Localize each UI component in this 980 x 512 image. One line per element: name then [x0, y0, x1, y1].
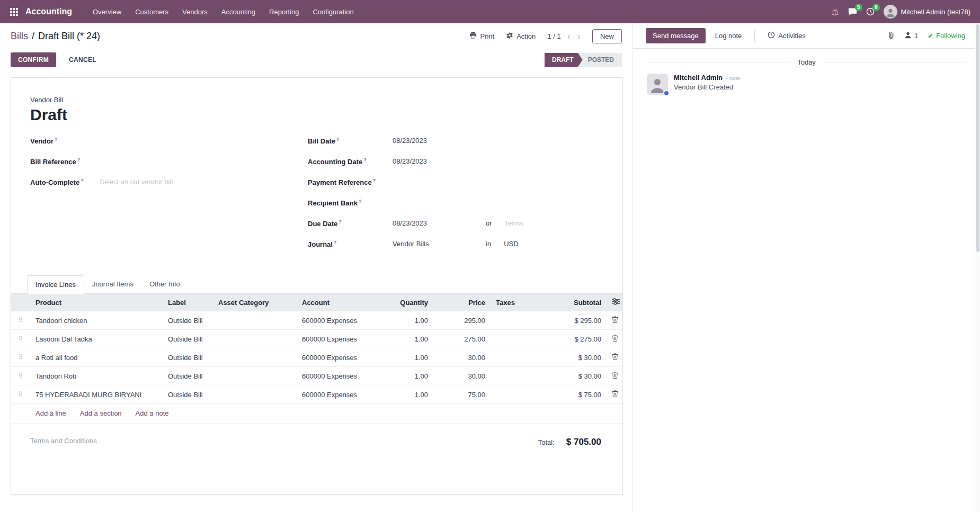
new-button[interactable]: New — [592, 29, 622, 43]
due-date-input[interactable]: 08/23/2023 — [393, 219, 486, 227]
cell-taxes[interactable] — [491, 348, 540, 367]
cell-label[interactable]: Outside Bill — [163, 385, 213, 404]
drag-handle-icon[interactable]: ⠿ — [11, 367, 30, 385]
log-note-button[interactable]: Log note — [709, 28, 749, 43]
cell-product[interactable]: Tandoori Roti — [30, 367, 163, 385]
user-menu[interactable]: Mitchell Admin (test78) — [884, 5, 971, 19]
help-icon: ? — [363, 157, 367, 163]
delete-line-icon[interactable] — [607, 348, 622, 367]
cell-product[interactable]: a Roti all food — [30, 348, 163, 367]
pager-value[interactable]: 1 / 1 — [547, 32, 560, 40]
menu-overview[interactable]: Overview — [87, 5, 127, 19]
cell-asset-category[interactable] — [213, 367, 297, 385]
cell-label[interactable]: Outside Bill — [163, 348, 213, 367]
action-button[interactable]: Action — [506, 32, 536, 41]
cell-taxes[interactable] — [491, 330, 540, 348]
cell-price[interactable]: 30.00 — [433, 348, 491, 367]
state-posted[interactable]: POSTED — [578, 53, 622, 67]
debug-bug-icon[interactable] — [831, 8, 839, 16]
cell-quantity[interactable]: 1.00 — [376, 385, 433, 404]
cell-quantity[interactable]: 1.00 — [376, 367, 433, 385]
cell-subtotal: $ 30.00 — [540, 367, 607, 385]
state-draft[interactable]: DRAFT — [545, 53, 583, 67]
add-note-link[interactable]: Add a note — [136, 409, 169, 417]
cell-product[interactable]: Tandoori chicken — [30, 311, 163, 330]
print-button[interactable]: Print — [469, 32, 494, 40]
cell-quantity[interactable]: 1.00 — [376, 311, 433, 330]
add-line-link[interactable]: Add a line — [35, 409, 66, 417]
pager-previous-icon[interactable]: ‹ — [567, 31, 571, 41]
delete-line-icon[interactable] — [607, 367, 622, 385]
cell-price[interactable]: 295.00 — [433, 311, 491, 330]
cell-asset-category[interactable] — [213, 348, 297, 367]
cell-taxes[interactable] — [491, 367, 540, 385]
followers-person-icon — [904, 32, 912, 40]
breadcrumb-bills-link[interactable]: Bills — [11, 31, 28, 42]
menu-accounting[interactable]: Accounting — [216, 5, 261, 19]
cell-taxes[interactable] — [491, 311, 540, 330]
menu-vendors[interactable]: Vendors — [176, 5, 213, 19]
cell-price[interactable]: 75.00 — [433, 385, 491, 404]
cell-asset-category[interactable] — [213, 311, 297, 330]
followers-button[interactable]: 1 — [904, 32, 918, 40]
vertical-scrollbar[interactable] — [975, 23, 980, 512]
cell-price[interactable]: 275.00 — [433, 330, 491, 348]
cell-label[interactable]: Outside Bill — [163, 367, 213, 385]
cell-label[interactable]: Outside Bill — [163, 330, 213, 348]
cell-account[interactable]: 600000 Expenses — [297, 367, 376, 385]
payment-reference-input[interactable] — [393, 178, 486, 187]
cell-product[interactable]: Lasooni Dal Tadka — [30, 330, 163, 348]
payment-terms-input[interactable]: Terms — [505, 219, 523, 227]
drag-handle-icon[interactable]: ⠿ — [11, 348, 30, 367]
cell-price[interactable]: 30.00 — [433, 367, 491, 385]
tab-invoice-lines[interactable]: Invoice Lines — [27, 275, 84, 294]
send-message-button[interactable]: Send message — [646, 28, 706, 43]
table-row: ⠿ 75 HYDERABADI MURG BIRYANI Outside Bil… — [11, 385, 622, 404]
accounting-date-input[interactable]: 08/23/2023 — [393, 157, 486, 165]
cell-product[interactable]: 75 HYDERABADI MURG BIRYANI — [30, 385, 163, 404]
menu-configuration[interactable]: Configuration — [307, 5, 359, 19]
vendor-input[interactable] — [100, 137, 193, 146]
cell-account[interactable]: 600000 Expenses — [297, 330, 376, 348]
activities-clock-icon[interactable]: 8 — [866, 7, 875, 16]
auto-complete-input[interactable]: Select an old vendor bill — [100, 178, 173, 186]
following-button[interactable]: ✔ Following — [928, 32, 965, 40]
tab-journal-items[interactable]: Journal Items — [84, 275, 141, 293]
bill-date-input[interactable]: 08/23/2023 — [393, 137, 486, 145]
app-brand[interactable]: Accounting — [25, 7, 72, 16]
messages-icon[interactable]: 5 — [848, 7, 857, 16]
apps-grid-icon[interactable] — [5, 3, 22, 20]
bill-reference-input[interactable] — [100, 157, 193, 167]
delete-line-icon[interactable] — [607, 330, 622, 348]
cell-asset-category[interactable] — [213, 330, 297, 348]
attachment-paperclip-icon[interactable] — [888, 31, 895, 41]
menu-customers[interactable]: Customers — [129, 5, 174, 19]
cancel-button[interactable]: CANCEL — [64, 52, 102, 67]
pager-next-icon[interactable]: › — [577, 31, 581, 41]
recipient-bank-input[interactable] — [393, 199, 486, 208]
activities-button[interactable]: Activities — [761, 28, 812, 44]
cell-quantity[interactable]: 1.00 — [376, 330, 433, 348]
terms-conditions-input[interactable]: Terms and Conditions — [30, 437, 97, 445]
scrollbar-thumb[interactable] — [976, 24, 979, 252]
delete-line-icon[interactable] — [607, 311, 622, 330]
cell-account[interactable]: 600000 Expenses — [297, 348, 376, 367]
cell-account[interactable]: 600000 Expenses — [297, 385, 376, 404]
cell-account[interactable]: 600000 Expenses — [297, 311, 376, 330]
cell-asset-category[interactable] — [213, 385, 297, 404]
drag-handle-icon[interactable]: ⠿ — [11, 311, 30, 330]
cell-taxes[interactable] — [491, 385, 540, 404]
delete-line-icon[interactable] — [607, 385, 622, 404]
cell-quantity[interactable]: 1.00 — [376, 348, 433, 367]
optional-columns-icon[interactable] — [607, 294, 622, 311]
currency-input[interactable]: USD — [504, 240, 518, 248]
journal-label: Journal? — [308, 240, 393, 248]
add-section-link[interactable]: Add a section — [80, 409, 122, 417]
cell-label[interactable]: Outside Bill — [163, 311, 213, 330]
confirm-button[interactable]: CONFIRM — [11, 52, 56, 67]
menu-reporting[interactable]: Reporting — [263, 5, 305, 19]
drag-handle-icon[interactable]: ⠿ — [11, 385, 30, 404]
journal-input[interactable]: Vendor Bills — [393, 240, 486, 248]
drag-handle-icon[interactable]: ⠿ — [11, 330, 30, 348]
tab-other-info[interactable]: Other Info — [141, 275, 188, 293]
